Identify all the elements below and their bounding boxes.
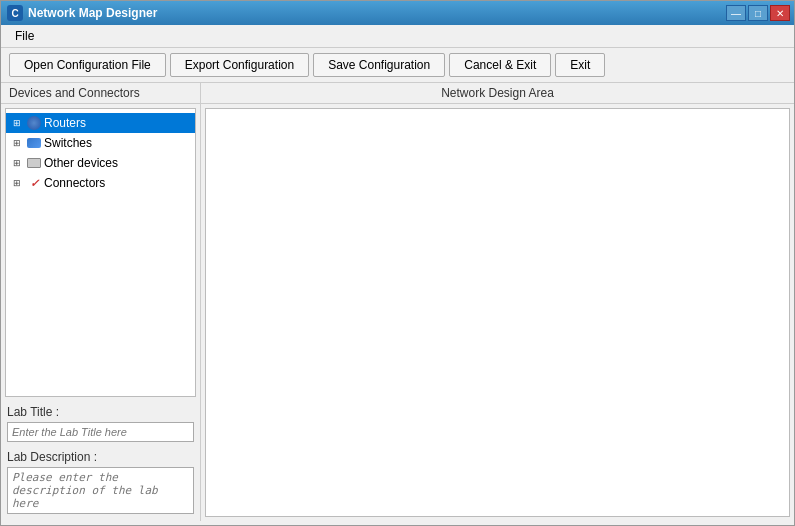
app-icon: C: [7, 5, 23, 21]
minimize-button[interactable]: —: [726, 5, 746, 21]
toolbar: Open Configuration File Export Configura…: [1, 48, 794, 83]
connector-icon: ✓: [26, 175, 42, 191]
tree-item-other-devices[interactable]: ⊞ Other devices: [6, 153, 195, 173]
expand-icon-switches[interactable]: ⊞: [10, 136, 24, 150]
other-device-icon: [26, 155, 42, 171]
section-headers: Devices and Connectors Network Design Ar…: [1, 83, 794, 104]
title-buttons: — □ ✕: [726, 5, 790, 21]
bottom-spacer: [1, 521, 794, 525]
lab-title-label: Lab Title :: [7, 405, 194, 419]
title-bar: C Network Map Designer — □ ✕: [1, 1, 794, 25]
exit-button[interactable]: Exit: [555, 53, 605, 77]
lab-description-section: Lab Description :: [1, 446, 200, 521]
main-content: ⊞ Routers ⊞ Switches ⊞: [1, 104, 794, 521]
menu-bar: File: [1, 25, 794, 48]
switch-icon: [26, 135, 42, 151]
tree-label-switches: Switches: [44, 136, 92, 150]
tree-label-routers: Routers: [44, 116, 86, 130]
save-config-button[interactable]: Save Configuration: [313, 53, 445, 77]
tree-label-connectors: Connectors: [44, 176, 105, 190]
left-panel: ⊞ Routers ⊞ Switches ⊞: [1, 104, 201, 521]
tree-item-connectors[interactable]: ⊞ ✓ Connectors: [6, 173, 195, 193]
window-title: Network Map Designer: [28, 6, 157, 20]
title-bar-left: C Network Map Designer: [7, 5, 157, 21]
main-window: C Network Map Designer — □ ✕ File Open C…: [0, 0, 795, 526]
lab-title-input[interactable]: [7, 422, 194, 442]
device-tree[interactable]: ⊞ Routers ⊞ Switches ⊞: [5, 108, 196, 397]
tree-label-other-devices: Other devices: [44, 156, 118, 170]
lab-description-label: Lab Description :: [7, 450, 194, 464]
tree-item-routers[interactable]: ⊞ Routers: [6, 113, 195, 133]
maximize-button[interactable]: □: [748, 5, 768, 21]
expand-icon-other-devices[interactable]: ⊞: [10, 156, 24, 170]
open-config-button[interactable]: Open Configuration File: [9, 53, 166, 77]
lab-description-input[interactable]: [7, 467, 194, 514]
expand-icon-routers[interactable]: ⊞: [10, 116, 24, 130]
network-design-area[interactable]: [205, 108, 790, 517]
devices-section-header: Devices and Connectors: [1, 83, 201, 103]
cancel-exit-button[interactable]: Cancel & Exit: [449, 53, 551, 77]
design-area-section-header: Network Design Area: [201, 83, 794, 103]
router-icon: [26, 115, 42, 131]
tree-item-switches[interactable]: ⊞ Switches: [6, 133, 195, 153]
export-config-button[interactable]: Export Configuration: [170, 53, 309, 77]
lab-title-section: Lab Title :: [1, 401, 200, 446]
file-menu[interactable]: File: [9, 27, 40, 45]
close-button[interactable]: ✕: [770, 5, 790, 21]
expand-icon-connectors[interactable]: ⊞: [10, 176, 24, 190]
